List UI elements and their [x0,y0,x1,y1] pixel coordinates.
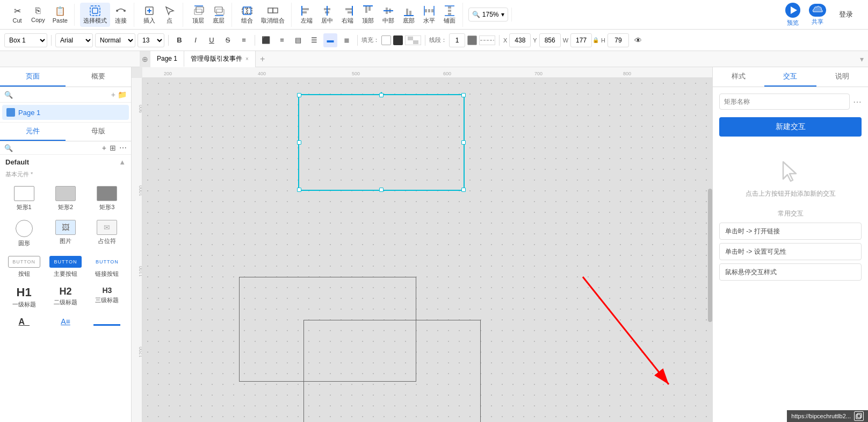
tab-close-icon[interactable]: × [245,56,249,62]
paste-button[interactable]: 📋 Paste [49,4,71,26]
handle-ml[interactable] [297,140,301,145]
share-button[interactable]: 共享 [809,4,826,26]
page-item-1[interactable]: Page 1 [2,105,129,120]
preset-btn-2[interactable]: 单击时 -> 设置可见性 [719,243,862,260]
align-middle-button[interactable]: 中部 [379,3,398,27]
preset-btn-3[interactable]: 鼠标悬停交互样式 [719,263,862,281]
align-left-text-button[interactable]: ⬛ [259,33,273,47]
tab-more-button[interactable]: ▾ [856,55,868,63]
distribute-horizontal-button[interactable]: 水平 [419,3,439,27]
comp-rect1[interactable]: 矩形1 [4,183,44,214]
stroke-style-box[interactable] [479,35,495,45]
comp-rect2[interactable]: 矩形2 [46,183,85,214]
text-align-active-button[interactable]: ▬ [323,33,337,47]
copy-button[interactable]: ⎘ Copy [28,4,48,25]
component-name-input[interactable] [719,94,850,110]
align-center-text-button[interactable]: ≡ [275,33,289,47]
tab-page2[interactable]: 管理母版引发事件 × [184,51,256,67]
handle-bl[interactable] [297,188,301,192]
url-copy-button[interactable] [854,411,864,421]
comp-text-a[interactable]: A_ [4,314,44,338]
visibility-button[interactable]: 👁 [631,33,645,47]
component-search-input[interactable] [16,144,99,152]
strikethrough-button[interactable]: S [221,33,235,47]
comp-circle[interactable]: 圆形 [4,217,44,251]
handle-tl[interactable] [297,93,301,97]
ungroup-button[interactable]: 取消组合 [258,3,288,27]
group-button[interactable]: 组合 [237,3,257,27]
point-button[interactable]: 点 [160,3,179,27]
tab-page1[interactable]: Page 1 [150,51,184,67]
canvas-area[interactable]: 200 400 500 600 700 800 900 1000 1100 12… [132,67,712,422]
canvas-scrollbar-thumb[interactable] [708,189,712,322]
comp-more-icon[interactable]: ⋯ [119,144,127,152]
comp-add-icon[interactable]: + [102,144,106,152]
new-interaction-button[interactable]: 新建交互 [719,117,862,137]
bold-button[interactable]: B [172,33,186,47]
align-justify-text-button[interactable]: ☰ [307,33,321,47]
style-select[interactable]: Normal [95,33,135,47]
selected-rectangle[interactable] [298,94,465,191]
preset-btn-1[interactable]: 单击时 -> 打开链接 [719,223,862,240]
handle-tc[interactable] [379,93,384,97]
fill-color-dark-box[interactable] [393,35,403,45]
page-search-input[interactable] [15,91,109,98]
login-button[interactable]: 登录 [835,8,857,22]
select-mode-button[interactable]: 选择模式 [80,3,110,27]
size-select[interactable]: 13 [138,33,164,47]
stroke-color-box[interactable] [467,35,477,45]
canvas-rect-bottom2[interactable] [303,320,481,422]
comp-text-al[interactable]: A≡ [46,314,85,338]
comp-image[interactable]: 🖼 图片 [46,217,85,251]
fill-opacity-box[interactable] [405,35,421,45]
box-name-select[interactable]: Box 1 [4,33,47,47]
comp-h1[interactable]: H1 一级标题 [4,283,44,312]
spread-button[interactable]: 铺面 [440,3,459,27]
sidebar-tab-page[interactable]: 页面 [0,67,66,87]
comp-placeholder[interactable]: ✉ 占位符 [88,217,127,251]
zoom-control[interactable]: 🔍 175% ▾ [468,8,508,22]
comp-btn-link[interactable]: BUTTON 链接按钮 [88,253,127,281]
right-tab-style[interactable]: 样式 [713,67,764,87]
top-layer-button[interactable]: 顶层 [189,3,208,27]
comp-grid-icon[interactable]: ⊞ [110,144,116,152]
align-top-button[interactable]: 顶部 [358,3,378,27]
italic-button[interactable]: I [189,33,202,47]
tab-components[interactable]: 元件 [0,123,66,141]
align-right-button[interactable]: 右端 [338,3,357,27]
comp-rect3[interactable]: 矩形3 [88,183,127,214]
preview-button[interactable]: 预览 [785,3,800,27]
font-select[interactable]: Arial [55,33,93,47]
insert-button[interactable]: 插入 [140,3,159,27]
comp-h2[interactable]: H2 二级标题 [46,283,85,312]
handle-mr[interactable] [461,140,466,145]
connect-button[interactable]: 连接 [111,3,131,27]
comp-btn-default[interactable]: BUTTON 按钮 [4,253,44,281]
x-input[interactable] [509,33,531,47]
handle-br[interactable] [461,188,466,192]
list-button[interactable]: ≡ [237,33,251,47]
align-bottom-button[interactable]: 底部 [399,3,418,27]
handle-bc[interactable] [379,188,384,192]
canvas-content[interactable] [142,78,712,422]
collapse-icon[interactable]: ▲ [119,158,126,166]
fill-color-box[interactable] [381,35,391,45]
folder-icon[interactable]: 📁 [118,90,127,99]
stroke-value-input[interactable] [449,33,465,47]
underline-button[interactable]: U [205,33,219,47]
handle-tr[interactable] [461,93,466,97]
align-left-button[interactable]: 左端 [297,3,316,27]
align-center-button[interactable]: 居中 [317,3,337,27]
cut-button[interactable]: ✂ Cut [8,4,27,26]
tab-add-button[interactable]: + [256,54,269,64]
w-input[interactable] [570,33,592,47]
comp-h3[interactable]: H3 三级标题 [88,283,127,312]
right-tab-interaction[interactable]: 交互 [764,67,816,87]
y-input[interactable] [539,33,561,47]
comp-btn-primary[interactable]: BUTTON 主要按钮 [46,253,85,281]
h-input[interactable] [607,33,629,47]
align-right-text-button[interactable]: ▤ [291,33,305,47]
add-page-icon[interactable]: + [111,90,115,99]
comp-line[interactable] [88,314,127,338]
right-tab-notes[interactable]: 说明 [816,67,868,87]
